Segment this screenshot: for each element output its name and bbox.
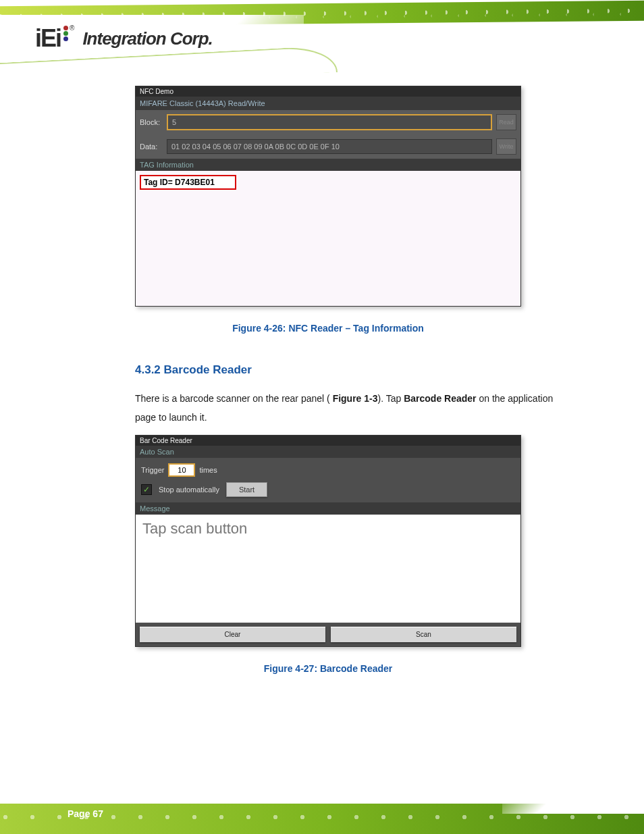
barcode-trigger-input[interactable] <box>168 463 195 477</box>
nfc-block-row: Block: Read <box>136 110 520 134</box>
barcode-message-header: Message <box>136 502 520 515</box>
section-heading: 4.3.2 Barcode Reader <box>135 363 576 377</box>
nfc-screenshot: NFC Demo MIFARE Classic (14443A) Read/Wr… <box>135 86 521 307</box>
nfc-tag-id: Tag ID= D743BE01 <box>140 175 236 190</box>
nfc-data-input[interactable] <box>167 139 492 154</box>
nfc-write-button[interactable]: Write <box>496 138 516 155</box>
nfc-data-label: Data: <box>140 142 163 151</box>
barcode-message-placeholder: Tap scan button <box>142 520 247 537</box>
barcode-para-pre: There is a barcode scanner on the rear p… <box>135 393 330 404</box>
nfc-data-row: Data: Write <box>136 134 520 159</box>
barcode-bottom-buttons: Clear Scan <box>136 623 520 646</box>
nfc-taginfo-header: TAG Information <box>136 159 520 171</box>
page-number: Page 67 <box>68 808 103 819</box>
logo-secondary-text: Integration Corp. <box>82 28 212 49</box>
logo-dot-green <box>63 31 68 36</box>
barcode-stopauto-row: ✓ Stop automatically Start <box>141 482 515 497</box>
barcode-figure-caption: Figure 4-27: Barcode Reader <box>135 663 521 674</box>
footer-banner: Page 67 <box>0 770 644 834</box>
footer-white-notch <box>502 777 644 814</box>
barcode-clear-button[interactable]: Clear <box>140 627 325 642</box>
nfc-block-input[interactable] <box>167 114 492 130</box>
barcode-trigger-label: Trigger <box>141 466 164 474</box>
nfc-subheader: MIFARE Classic (14443A) Read/Write <box>136 97 520 110</box>
barcode-para-appname: Barcode Reader <box>404 393 476 404</box>
barcode-autoscan-header: Auto Scan <box>136 446 520 458</box>
nfc-read-button[interactable]: Read <box>496 114 516 130</box>
nfc-block-label: Block: <box>140 118 163 126</box>
barcode-start-button[interactable]: Start <box>226 482 267 497</box>
barcode-times-label: times <box>199 466 217 474</box>
logo-primary-text: iEi <box>35 24 61 53</box>
logo-iei: iEi ® <box>35 24 73 53</box>
barcode-message-box: Tap scan button <box>136 515 520 623</box>
page-content: NFC Demo MIFARE Classic (14443A) Read/Wr… <box>0 78 644 766</box>
barcode-para-mid1: ). Tap <box>378 393 402 404</box>
barcode-para-figref: Figure 1-3 <box>333 393 378 404</box>
barcode-trigger-row: Trigger times <box>141 463 515 477</box>
header-banner: iEi ® Integration Corp. <box>0 0 644 78</box>
logo-dot-red <box>63 26 68 30</box>
barcode-paragraph: There is a barcode scanner on the rear p… <box>135 389 567 427</box>
barcode-scan-button[interactable]: Scan <box>331 627 516 642</box>
nfc-figure-caption: Figure 4-26: NFC Reader – Tag Informatio… <box>135 323 521 334</box>
nfc-tag-info-box: Tag ID= D743BE01 <box>136 171 520 306</box>
logo-dot-blue <box>63 36 68 41</box>
barcode-stopauto-label: Stop automatically <box>159 486 219 494</box>
barcode-stopauto-checkbox[interactable]: ✓ <box>141 484 152 495</box>
barcode-screenshot: Bar Code Reader Auto Scan Trigger times … <box>135 435 521 647</box>
logo-registered: ® <box>70 24 73 32</box>
barcode-window-title: Bar Code Reader <box>136 436 520 446</box>
barcode-controls: Trigger times ✓ Stop automatically Start <box>136 458 520 502</box>
nfc-window-title: NFC Demo <box>136 86 520 97</box>
